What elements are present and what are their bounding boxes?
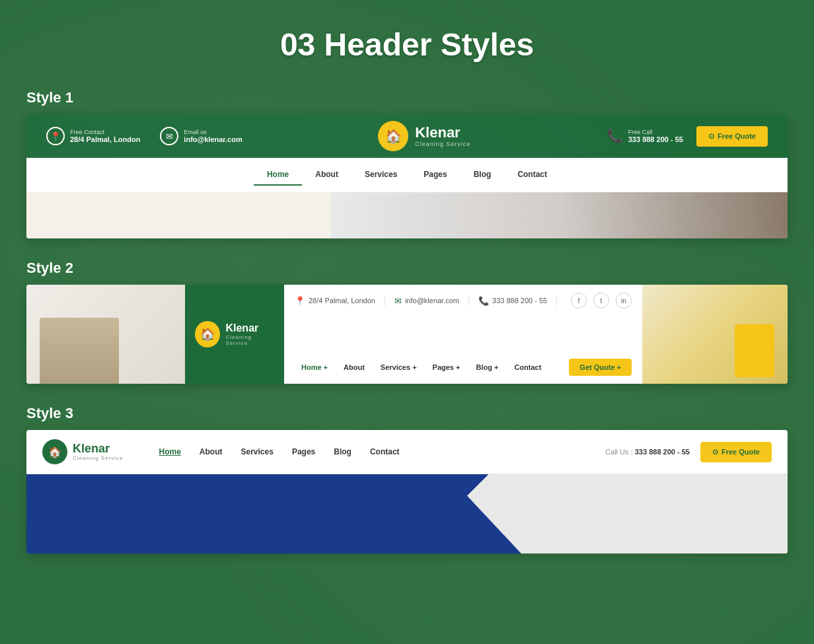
style2-location-icon: 📍 [295,296,305,306]
style3-topbar: 🏠 Klenar Cleaning Service Home About Ser… [26,430,788,474]
style1-email-value: info@klenar.com [184,135,242,143]
style3-nav-about[interactable]: About [190,443,232,460]
style2-phone: 333 888 200 - 55 [492,297,547,304]
style1-contact-label: Free Contact [70,129,140,135]
style1-nav-about[interactable]: About [302,164,352,186]
style2-right-image [642,285,788,384]
style2-logo-box[interactable]: 🏠 Klenar Cleaning Service [185,285,284,384]
style1-hero [26,192,788,238]
style3-call-label: Call Us : [605,448,633,456]
style3-nav-contact[interactable]: Contact [361,443,409,460]
style2-email-item: ✉ info@klenar.com [385,296,469,306]
style1-call-number: 333 888 200 - 55 [628,135,683,143]
style1-nav: Home About Services Pages Blog Contact [26,158,788,192]
style2-email-icon: ✉ [394,296,402,306]
style3-nav-home[interactable]: Home [149,443,190,460]
style2-address: 28/4 Palmal, London [309,297,375,304]
style1-contact-group: 📍 Free Contact 28/4 Palmal, London ✉ Ema… [46,127,242,145]
style2-nav-home[interactable]: Home + [295,360,334,375]
header-style2: 🏠 Klenar Cleaning Service 📍 28/4 Palmal,… [26,285,788,384]
header-style1: 📍 Free Contact 28/4 Palmal, London ✉ Ema… [26,114,788,238]
style3-logo-text: Klenar Cleaning Service [73,443,123,462]
style2-address-item: 📍 28/4 Palmal, London [295,296,385,306]
location-icon: 📍 [46,127,65,145]
style2-logo-text: Klenar Cleaning Service [225,322,274,346]
style2-instagram-icon[interactable]: in [616,293,632,308]
style1-logo-text: Klenar Cleaning Service [415,125,470,147]
style2-social: f t in [571,293,632,308]
style3-nav: Home About Services Pages Blog Contact [149,443,408,460]
page-title: 03 Header Styles [26,20,788,63]
style1-free-call: 📞 Free Call 333 888 200 - 55 [607,128,683,144]
style2-label: Style 2 [26,260,788,277]
style1-nav-blog[interactable]: Blog [461,164,505,186]
style1-quote-label: Free Quote [718,132,756,140]
circle-icon: ⊙ [708,132,714,141]
style3-nav-pages[interactable]: Pages [283,443,324,460]
style1-contact-text: Free Contact 28/4 Palmal, London [70,129,140,143]
style3-logo[interactable]: 🏠 Klenar Cleaning Service [42,439,123,464]
style2-quote-button[interactable]: Get Quote + [569,359,632,376]
style2-email: info@klenar.com [405,297,459,304]
email-icon: ✉ [160,127,178,145]
style3-brand-sub: Cleaning Service [73,455,123,461]
style3-section: Style 3 🏠 Klenar Cleaning Service Home A… [26,405,788,554]
style1-logo[interactable]: 🏠 Klenar Cleaning Service [378,121,470,151]
style3-nav-blog[interactable]: Blog [324,443,361,460]
style1-section: Style 1 📍 Free Contact 28/4 Palmal, Lond… [26,89,788,238]
style2-phone-item: 📞 333 888 200 - 55 [469,296,557,306]
style2-topbar: 📍 28/4 Palmal, London ✉ info@klenar.com … [295,293,632,308]
style1-right: 📞 Free Call 333 888 200 - 55 ⊙ Free Quot… [607,126,768,147]
style1-contact-address: 28/4 Palmal, London [70,135,140,143]
style2-nav-about[interactable]: About [337,360,371,375]
style3-hero [26,474,788,554]
style2-nav-services[interactable]: Services + [374,360,424,375]
style1-email-item: ✉ Email us info@klenar.com [160,127,242,145]
style2-logo-icon: 🏠 [195,321,220,347]
style1-brand-name: Klenar [415,125,470,141]
style2-main: 📍 28/4 Palmal, London ✉ info@klenar.com … [284,285,642,384]
style2-phone-icon: 📞 [478,296,489,306]
style1-nav-contact[interactable]: Contact [504,164,560,186]
style2-left-image [26,285,185,384]
style3-right: Call Us : 333 888 200 - 55 ⊙ Free Quote [605,442,772,462]
style2-brand-sub: Cleaning Service [225,334,274,346]
style3-nav-services[interactable]: Services [231,443,282,460]
phone-icon: 📞 [607,128,623,144]
style1-email-text: Email us info@klenar.com [184,129,242,143]
style1-nav-services[interactable]: Services [352,164,410,186]
style3-logo-icon: 🏠 [42,439,67,464]
style1-label: Style 1 [26,89,788,106]
style3-call-us: Call Us : 333 888 200 - 55 [605,448,690,456]
style3-quote-label: Free Quote [722,448,760,456]
style3-brand-name: Klenar [73,443,123,456]
header-style3: 🏠 Klenar Cleaning Service Home About Ser… [26,430,788,554]
style2-nav: Home + About Services + Pages + Blog + C… [295,359,632,376]
style2-brand-name: Klenar [225,322,274,334]
style1-brand-sub: Cleaning Service [415,141,470,147]
style2-facebook-icon[interactable]: f [571,293,587,308]
style2-nav-contact[interactable]: Contact [507,360,548,375]
style1-logo-icon: 🏠 [378,121,408,151]
style3-circle-icon: ⊙ [712,448,718,456]
style2-nav-pages[interactable]: Pages + [426,360,467,375]
style1-topbar: 📍 Free Contact 28/4 Palmal, London ✉ Ema… [26,114,788,158]
style1-address-item: 📍 Free Contact 28/4 Palmal, London [46,127,140,145]
style1-quote-button[interactable]: ⊙ Free Quote [696,126,768,147]
style2-nav-blog[interactable]: Blog + [469,360,505,375]
style2-twitter-icon[interactable]: t [593,293,609,308]
style1-email-label: Email us [184,129,242,135]
style1-call-text: Free Call 333 888 200 - 55 [628,129,683,143]
style2-section: Style 2 🏠 Klenar Cleaning Service 📍 28/4… [26,260,788,384]
style1-nav-home[interactable]: Home [254,164,302,186]
style3-quote-button[interactable]: ⊙ Free Quote [700,442,772,462]
style3-label: Style 3 [26,405,788,422]
style3-call-number: 333 888 200 - 55 [635,448,690,456]
style1-call-label: Free Call [628,129,683,135]
style1-nav-pages[interactable]: Pages [410,164,460,186]
